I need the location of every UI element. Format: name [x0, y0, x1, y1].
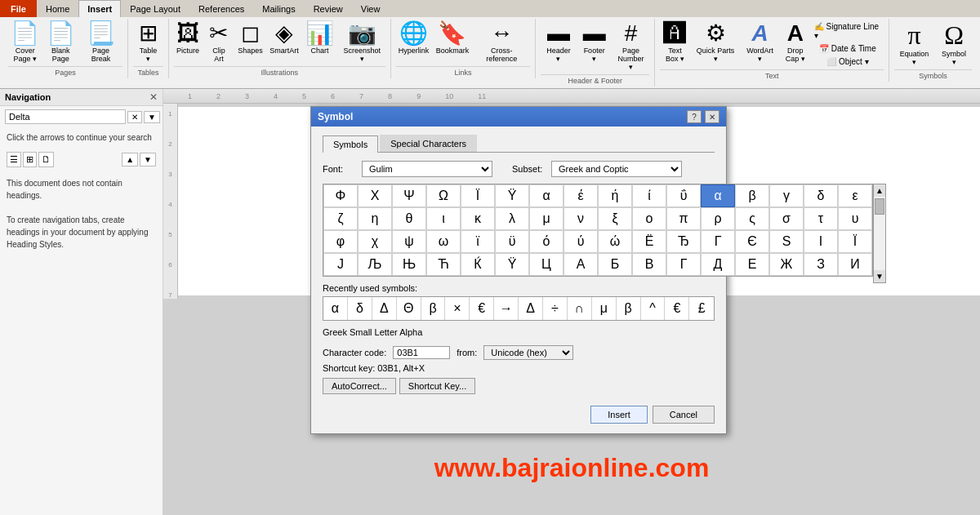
recent-symbol[interactable]: β — [617, 297, 641, 320]
recent-symbol[interactable]: € — [470, 297, 494, 320]
symbol-cell[interactable]: γ — [769, 184, 804, 207]
symbol-cell[interactable]: Φ — [323, 184, 358, 207]
symbol-cell[interactable]: ς — [735, 207, 769, 230]
cancel-button[interactable]: Cancel — [653, 406, 715, 424]
symbol-cell[interactable]: Ё — [632, 230, 666, 253]
symbol-cell[interactable]: φ — [323, 230, 358, 253]
symbol-cell[interactable]: ϊ — [461, 230, 495, 253]
dialog-tab-symbols[interactable]: Symbols — [323, 135, 378, 153]
from-select[interactable]: Unicode (hex) — [483, 345, 573, 360]
symbol-cell[interactable]: π — [666, 207, 701, 230]
subset-select[interactable]: Greek and Coptic — [551, 161, 682, 177]
dialog-close-button[interactable]: ✕ — [705, 110, 719, 123]
symbol-cell[interactable]: ω — [426, 230, 461, 253]
symbol-cell[interactable]: ύ — [564, 230, 598, 253]
autocorrect-button[interactable]: AutoCorrect... — [323, 378, 396, 394]
symbol-scroll-thumb[interactable] — [875, 198, 884, 215]
dialog-tab-special-chars[interactable]: Special Characters — [380, 135, 477, 152]
symbol-cell-selected[interactable]: α — [701, 184, 735, 207]
symbol-cell[interactable]: ζ — [323, 207, 358, 230]
recent-symbol[interactable]: ÷ — [543, 297, 568, 320]
symbol-cell[interactable]: Χ — [358, 184, 392, 207]
symbol-cell[interactable]: υ — [838, 207, 872, 230]
symbol-grid-container: Φ Χ Ψ Ω Ï Ÿ α έ ή ί ΰ α β γ δ — [323, 184, 715, 283]
symbol-cell[interactable]: ε — [838, 184, 872, 207]
symbol-cell[interactable]: τ — [804, 207, 838, 230]
recent-symbol[interactable]: × — [445, 297, 470, 320]
recent-symbol[interactable]: € — [665, 297, 689, 320]
symbol-cell[interactable]: Ω — [426, 184, 461, 207]
symbol-cell[interactable]: I — [804, 230, 838, 253]
symbol-cell[interactable]: ή — [598, 184, 632, 207]
recent-symbol[interactable]: Δ — [519, 297, 543, 320]
recent-symbol[interactable]: δ — [348, 297, 372, 320]
shortcut-key-button[interactable]: Shortcut Key... — [399, 378, 475, 394]
symbol-cell[interactable]: Ÿ — [495, 184, 529, 207]
symbol-cell[interactable]: ι — [426, 207, 461, 230]
symbol-cell[interactable]: Г — [666, 253, 701, 276]
symbol-cell[interactable]: α — [529, 184, 564, 207]
symbol-cell[interactable]: Ђ — [666, 230, 701, 253]
symbol-cell[interactable]: η — [358, 207, 392, 230]
symbol-cell[interactable]: λ — [495, 207, 529, 230]
symbol-cell[interactable]: Љ — [358, 253, 392, 276]
symbol-cell[interactable]: Д — [701, 253, 735, 276]
symbol-cell[interactable]: З — [804, 253, 838, 276]
symbol-row-3: Ј Љ Њ Ћ Ќ Ÿ Ц А Б В Г Д Е Ж З — [323, 253, 872, 276]
char-code-input[interactable] — [393, 346, 450, 359]
symbol-cell[interactable]: А — [564, 253, 598, 276]
symbol-cell[interactable]: δ — [804, 184, 838, 207]
symbol-cell[interactable]: Б — [598, 253, 632, 276]
recent-symbol[interactable]: ∩ — [568, 297, 592, 320]
symbol-cell[interactable]: ό — [529, 230, 564, 253]
dialog-help-button[interactable]: ? — [687, 110, 702, 123]
symbol-cell[interactable]: μ — [529, 207, 564, 230]
symbol-cell[interactable]: ϋ — [495, 230, 529, 253]
symbol-cell[interactable]: ψ — [392, 230, 426, 253]
dialog-body: Symbols Special Characters Font: Gulim S… — [311, 127, 726, 433]
recent-symbol[interactable]: β — [421, 297, 446, 320]
symbol-cell[interactable]: И — [838, 253, 872, 276]
recent-symbol[interactable]: α — [323, 297, 348, 320]
symbol-cell[interactable]: Ÿ — [495, 253, 529, 276]
symbol-cell[interactable]: ρ — [701, 207, 735, 230]
symbol-scroll-up-button[interactable]: ▲ — [874, 184, 885, 197]
symbol-cell[interactable]: ξ — [598, 207, 632, 230]
symbol-cell[interactable]: Е — [735, 253, 769, 276]
symbol-cell[interactable]: В — [632, 253, 666, 276]
from-label: from: — [457, 348, 477, 357]
symbol-cell[interactable]: Ќ — [461, 253, 495, 276]
symbol-cell[interactable]: θ — [392, 207, 426, 230]
symbol-cell[interactable]: S — [769, 230, 804, 253]
symbol-cell[interactable]: ί — [632, 184, 666, 207]
insert-button[interactable]: Insert — [590, 406, 648, 424]
symbol-cell[interactable]: Ж — [769, 253, 804, 276]
symbol-cell[interactable]: Ц — [529, 253, 564, 276]
recent-symbol[interactable]: → — [494, 297, 519, 320]
symbol-cell[interactable]: Ï — [461, 184, 495, 207]
symbol-cell[interactable]: Є — [735, 230, 769, 253]
recent-symbol[interactable]: μ — [592, 297, 617, 320]
symbol-cell[interactable]: ώ — [598, 230, 632, 253]
symbol-cell[interactable]: Ј — [323, 253, 358, 276]
symbol-cell[interactable]: ΰ — [666, 184, 701, 207]
symbol-cell[interactable]: Њ — [392, 253, 426, 276]
symbol-cell[interactable]: Г — [701, 230, 735, 253]
symbol-cell[interactable]: Ψ — [392, 184, 426, 207]
symbol-scroll-down-button[interactable]: ▼ — [874, 270, 885, 282]
symbol-cell[interactable]: ν — [564, 207, 598, 230]
recent-symbol[interactable]: Δ — [372, 297, 397, 320]
symbol-cell[interactable]: σ — [769, 207, 804, 230]
symbol-cell[interactable]: Ï — [838, 230, 872, 253]
symbol-cell[interactable]: Ћ — [426, 253, 461, 276]
symbol-cell[interactable]: ο — [632, 207, 666, 230]
symbol-cell[interactable]: έ — [564, 184, 598, 207]
symbol-cell[interactable]: κ — [461, 207, 495, 230]
font-select[interactable]: Gulim — [362, 161, 492, 177]
recent-symbol[interactable]: ^ — [641, 297, 666, 320]
recent-symbol[interactable]: Θ — [397, 297, 421, 320]
recent-symbol[interactable]: £ — [689, 297, 714, 320]
symbol-cell[interactable]: χ — [358, 230, 392, 253]
symbol-scrollbar[interactable]: ▲ ▼ — [873, 184, 886, 283]
symbol-cell[interactable]: β — [735, 184, 769, 207]
